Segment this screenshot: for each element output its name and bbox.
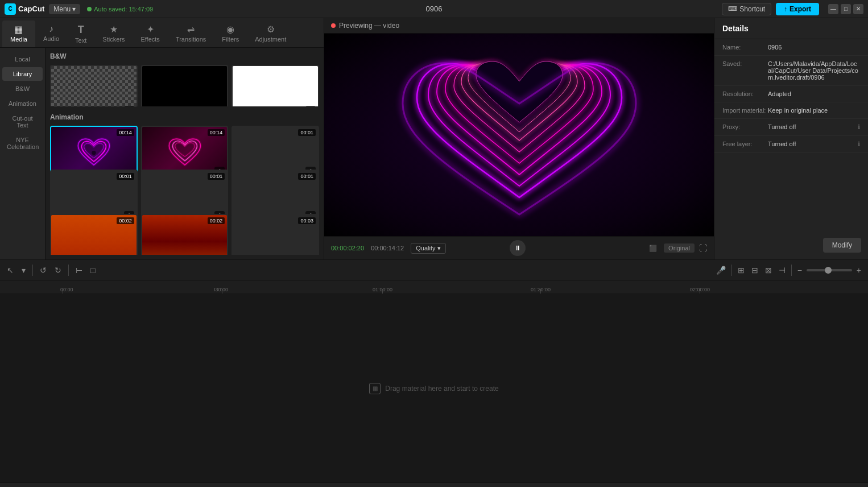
- fullscreen-button[interactable]: ⛶: [699, 244, 707, 253]
- delete-button[interactable]: □: [88, 265, 97, 276]
- animation-section-label: Animation: [50, 113, 319, 121]
- split-button[interactable]: ⊢: [73, 265, 85, 276]
- ruler-mark-3: 01:30:00: [531, 287, 551, 292]
- toolbar-separator-1: [32, 265, 33, 276]
- details-proxy-row: Proxy: Turned off ℹ: [714, 119, 868, 136]
- top-right-controls: ⌨ Shortcut ↑ Export — □ ✕: [722, 3, 863, 15]
- details-title: Details: [714, 18, 868, 39]
- minimize-button[interactable]: —: [828, 4, 838, 14]
- clip1-duration: 00:02: [117, 217, 134, 224]
- sidebar-item-local[interactable]: Local: [2, 52, 43, 66]
- cursor-tool-button[interactable]: ↖: [5, 265, 16, 276]
- thumb-black-preview: [142, 66, 228, 106]
- animation-grid: 00:14: [50, 126, 319, 255]
- download-transparent-button[interactable]: ⬇: [124, 106, 134, 106]
- sidebar: Local Library B&W Animation Cut-out Text…: [0, 48, 46, 259]
- mic-button[interactable]: 🎤: [714, 265, 728, 276]
- toolbar-separator-3: [731, 265, 732, 276]
- tab-transitions[interactable]: ⇌ Transitions: [168, 20, 214, 47]
- zoom-out-button[interactable]: −: [795, 265, 804, 276]
- sidebar-item-nye[interactable]: NYE Celebration: [2, 133, 43, 154]
- tab-stickers[interactable]: ★ Stickers: [94, 20, 133, 47]
- thumb-white-preview: [233, 66, 318, 106]
- freelayer-info-icon[interactable]: ℹ: [858, 141, 860, 148]
- cursor-dropdown-button[interactable]: ▾: [19, 265, 28, 276]
- logo-icon: C: [5, 3, 16, 15]
- download-black-button[interactable]: ⬇: [214, 106, 225, 106]
- timeline-track-area: ▦ Drag material here and start to create: [0, 294, 868, 482]
- details-resolution-row: Resolution: Adapted: [714, 86, 868, 102]
- details-import-row: Import material: Keep in original place: [714, 102, 868, 119]
- sidebar-item-library[interactable]: Library: [2, 67, 43, 81]
- neon-heart-bg: [324, 34, 714, 236]
- link-button[interactable]: ⊠: [763, 265, 774, 276]
- drag-icon: ▦: [369, 383, 381, 394]
- download-white-button[interactable]: ⬇: [305, 106, 316, 106]
- toolbar-tabs: ▦ Media ♪ Audio T Text ★ Stickers ✦ Effe…: [0, 18, 324, 48]
- top-bar: C CapCut Menu ▾ Auto saved: 15:47:09 090…: [0, 0, 868, 18]
- tab-text[interactable]: T Text: [67, 20, 94, 47]
- pause-button[interactable]: ⏸: [510, 240, 526, 256]
- details-saved-row: Saved: C:/Users/Malavida/AppData/Local/C…: [714, 56, 868, 86]
- original-button[interactable]: Original: [664, 244, 695, 253]
- thumb-transparent[interactable]: ⬇: [50, 65, 138, 106]
- compare-button[interactable]: ⬛: [647, 244, 659, 253]
- toolbar-separator-2: [68, 265, 69, 276]
- thumb-white[interactable]: ⬇: [232, 65, 319, 106]
- name-label: Name:: [722, 44, 768, 51]
- bars2-duration: 00:01: [208, 173, 225, 180]
- sidebar-item-cutout[interactable]: Cut-out Text: [2, 112, 43, 132]
- tab-filters[interactable]: ◉ Filters: [214, 20, 247, 47]
- tab-audio[interactable]: ♪ Audio: [35, 20, 67, 47]
- maximize-button[interactable]: □: [841, 4, 851, 14]
- effects-icon: ✦: [147, 24, 154, 35]
- snap-button[interactable]: ⊞: [735, 265, 747, 276]
- sidebar-item-animation[interactable]: Animation: [2, 97, 43, 110]
- thumb-clip2[interactable]: 00:02: [141, 214, 229, 255]
- modify-button[interactable]: Modify: [823, 238, 861, 253]
- freelayer-value: Turned off: [768, 141, 855, 147]
- freelayer-label: Free layer:: [722, 141, 768, 147]
- zoom-in-button[interactable]: +: [854, 265, 863, 276]
- adjustment-icon: ⚙: [267, 24, 275, 35]
- resolution-label: Resolution:: [722, 90, 768, 97]
- saved-label: Saved:: [722, 60, 768, 67]
- logo-text: CapCut: [18, 5, 44, 13]
- name-value: 0906: [768, 44, 860, 51]
- sidebar-item-bw[interactable]: B&W: [2, 82, 43, 96]
- timeline-right-tools: 🎤 ⊞ ⊟ ⊠ ⊣ − +: [714, 265, 863, 276]
- undo-button[interactable]: ↺: [38, 265, 49, 276]
- project-name: 0906: [426, 5, 443, 13]
- thumb-clip1[interactable]: 00:02: [50, 214, 138, 255]
- redo-button[interactable]: ↻: [52, 265, 64, 276]
- tab-adjustment[interactable]: ⚙ Adjustment: [247, 20, 294, 47]
- split2-button[interactable]: ⊣: [776, 265, 788, 276]
- thumb-clip3[interactable]: 00:03: [232, 214, 319, 255]
- drag-hint: ▦ Drag material here and start to create: [369, 383, 498, 394]
- auto-save-dot: [87, 7, 92, 11]
- tab-media[interactable]: ▦ Media: [2, 20, 35, 47]
- ruler-mark-0: 00:00: [60, 287, 73, 292]
- zoom-slider[interactable]: [807, 269, 852, 271]
- magnet-button[interactable]: ⊟: [749, 265, 760, 276]
- ruler-mark-2: 01:00:00: [373, 287, 392, 292]
- menu-button[interactable]: Menu ▾: [49, 4, 80, 14]
- shortcut-button[interactable]: ⌨ Shortcut: [722, 3, 771, 15]
- current-time: 00:00:02:20: [331, 245, 364, 251]
- timeline-scrollbar[interactable]: [0, 482, 868, 487]
- timeline: 00:00 I30:00 01:00:00 01:30:00 02:00:00 …: [0, 280, 868, 487]
- preview-controls: 00:00:02:20 00:00:14:12 Quality ▾ ⏸ ⬛ Or…: [324, 236, 714, 259]
- quality-button[interactable]: Quality ▾: [411, 243, 445, 254]
- tab-effects[interactable]: ✦ Effects: [133, 20, 167, 47]
- export-button[interactable]: ↑ Export: [776, 3, 819, 15]
- details-freelayer-row: Free layer: Turned off ℹ: [714, 136, 868, 153]
- close-button[interactable]: ✕: [853, 4, 863, 14]
- proxy-info-icon[interactable]: ℹ: [858, 123, 860, 131]
- left-content: Local Library B&W Animation Cut-out Text…: [0, 48, 324, 259]
- preview-header: Previewing — video: [324, 18, 714, 34]
- left-panel: ▦ Media ♪ Audio T Text ★ Stickers ✦ Effe…: [0, 18, 324, 259]
- preview-title: Previewing — video: [339, 22, 399, 30]
- library-content: B&W ⬇ ⬇ ⬇: [46, 48, 324, 259]
- main-area: ▦ Media ♪ Audio T Text ★ Stickers ✦ Effe…: [0, 18, 868, 259]
- thumb-black[interactable]: ⬇: [141, 65, 229, 106]
